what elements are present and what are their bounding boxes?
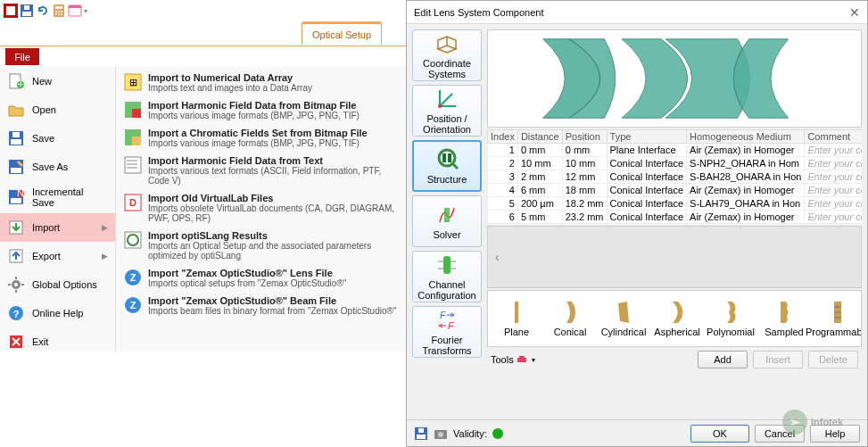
lens-shape-icon <box>561 300 579 325</box>
side-btn-posori[interactable]: Position / Orientation <box>412 85 482 137</box>
posori-icon <box>434 87 459 112</box>
file-tab-button[interactable]: File <box>5 48 39 65</box>
dialog-side-toolbar: Coordinate SystemsPosition / Orientation… <box>412 29 482 414</box>
add-button[interactable]: Add <box>698 351 748 368</box>
table-row[interactable]: 5200 µm18.2 mmConical InterfaceS-LAH79_O… <box>488 197 863 211</box>
import-subitem[interactable]: ZImport "Zemax OpticStudio®" Lens FileIm… <box>121 266 401 290</box>
svg-rect-22 <box>11 168 21 173</box>
table-cell: 10 mm <box>517 157 562 170</box>
side-btn-coord[interactable]: Coordinate Systems <box>412 29 482 81</box>
import-item-desc: Imports an Optical Setup and the associa… <box>148 241 399 261</box>
table-header[interactable]: Position <box>562 130 607 144</box>
table-header[interactable]: Comment <box>805 130 862 144</box>
table-cell: Enter your comm <box>805 170 862 184</box>
help-button[interactable]: Help <box>810 425 860 443</box>
close-icon[interactable]: ✕ <box>849 5 860 20</box>
table-row[interactable]: 10 mm0 mmPlane InterfaceAir (Zemax) in H… <box>488 144 863 157</box>
import-item-title: Import Harmonic Field Data from Bitmap F… <box>148 100 360 111</box>
import-subitem[interactable]: Import Harmonic Field Data from Bitmap F… <box>121 98 401 122</box>
svg-text:Z: Z <box>130 300 136 310</box>
tools-dropdown[interactable]: Tools ▾ <box>491 354 535 365</box>
svg-rect-81 <box>418 428 424 433</box>
side-btn-chancfg[interactable]: Channel Configuration <box>412 251 482 302</box>
import-icon <box>7 219 25 236</box>
app-logo-icon <box>4 4 18 18</box>
file-menu-main-column: +NewOpenSaveSave AsNIncremental SaveImpo… <box>0 67 116 352</box>
cancel-button[interactable]: Cancel <box>755 425 805 443</box>
svg-rect-61 <box>442 153 446 162</box>
table-cell: 6 mm <box>517 184 562 197</box>
import-subitem[interactable]: Import Harmonic Field Data from TextImpo… <box>121 153 401 187</box>
palette-item-sampled[interactable]: Sampled <box>763 300 806 337</box>
menu-item-exit[interactable]: Exit <box>0 327 115 356</box>
table-cell: 4 <box>488 184 518 197</box>
ribbon-tab-optical-setup[interactable]: Optical Setup <box>302 23 382 45</box>
menu-item-save[interactable]: Save <box>0 124 115 153</box>
ok-button[interactable]: OK <box>690 425 749 443</box>
table-cell: 18 mm <box>562 184 607 197</box>
validity-label: Validity: <box>453 428 487 439</box>
import-subitem[interactable]: DImport Old VirtualLab FilesImports obso… <box>121 191 401 225</box>
table-header[interactable]: Homogeneous Medium <box>687 130 805 144</box>
svg-rect-41 <box>132 109 141 118</box>
save-icon[interactable] <box>20 4 34 18</box>
table-cell: 2 <box>488 157 518 170</box>
palette-item-plane[interactable]: Plane <box>495 300 538 337</box>
table-cell: 3 <box>488 170 518 184</box>
palette-item-conical[interactable]: Conical <box>549 300 591 337</box>
lens-shape-icon <box>508 300 525 325</box>
interfaces-table[interactable]: IndexDistancePositionTypeHomogeneous Med… <box>487 129 862 224</box>
svg-rect-77 <box>517 358 526 362</box>
table-cell: S-NPH2_OHARA in Hom <box>687 157 805 170</box>
qat-dropdown-icon[interactable]: ▾ <box>84 7 87 15</box>
menu-item-help[interactable]: ?Online Help <box>0 299 115 327</box>
snapshot-icon[interactable] <box>434 426 448 441</box>
exit-icon <box>7 333 25 351</box>
table-row[interactable]: 65 mm23.2 mmConical InterfaceAir (Zemax)… <box>488 211 863 224</box>
menu-item-open[interactable]: Open <box>0 95 115 124</box>
table-row[interactable]: 46 mm18 mmConical InterfaceAir (Zemax) i… <box>488 184 863 197</box>
nav-back-icon[interactable]: ‹ <box>495 250 500 264</box>
import-subitem[interactable]: ZImport "Zemax OpticStudio®" Beam FileIm… <box>121 294 401 318</box>
svg-point-10 <box>55 13 57 15</box>
menu-item-new[interactable]: +New <box>0 67 115 95</box>
menu-item-import[interactable]: Import▶ <box>0 213 115 242</box>
table-header[interactable]: Index <box>488 130 518 144</box>
disk-save-icon[interactable] <box>414 426 428 441</box>
palette-label: Programmable <box>806 327 862 337</box>
palette-item-polynomial[interactable]: Polynomial <box>709 300 752 337</box>
palette-item-aspherical[interactable]: Aspherical <box>656 300 699 337</box>
calculator-icon[interactable] <box>52 4 66 18</box>
table-row[interactable]: 32 mm12 mmConical InterfaceS-BAH28_OHARA… <box>488 170 863 184</box>
saveas-icon <box>7 158 25 176</box>
menu-item-incsave[interactable]: NIncremental Save <box>0 181 115 213</box>
help-icon: ? <box>7 304 25 322</box>
side-btn-solver[interactable]: Solver <box>412 195 482 247</box>
palette-label: Aspherical <box>654 327 699 337</box>
undo-icon[interactable] <box>36 4 50 18</box>
side-btn-structure[interactable]: Structure <box>412 140 482 192</box>
import-subitem[interactable]: Import a Chromatic Fields Set from Bitma… <box>121 126 401 150</box>
import-item-title: Import "Zemax OpticStudio®" Lens File <box>148 268 346 278</box>
import-subitem[interactable]: ⊞Import to Numerical Data ArrayImports t… <box>121 70 401 95</box>
menu-item-saveas[interactable]: Save As <box>0 153 115 181</box>
import-subitem[interactable]: Import optiSLang ResultsImports an Optic… <box>121 228 401 262</box>
palette-label: Plane <box>504 327 529 337</box>
menu-item-label: New <box>32 76 52 87</box>
table-row[interactable]: 210 mm10 mmConical InterfaceS-NPH2_OHARA… <box>488 157 863 170</box>
delete-button: Delete <box>808 351 858 368</box>
tools-icon <box>517 354 529 365</box>
palette-item-cylindrical[interactable]: Cylindrical <box>602 300 645 337</box>
svg-rect-1 <box>6 6 15 15</box>
side-btn-fourier[interactable]: FFFourier Transforms <box>412 306 482 358</box>
menu-item-globalopts[interactable]: Global Options <box>0 270 115 299</box>
lens-shape-icon <box>775 300 793 325</box>
table-header[interactable]: Distance <box>517 130 562 144</box>
import-item-icon <box>123 230 143 250</box>
table-header[interactable]: Type <box>607 130 687 144</box>
open-icon <box>7 101 25 119</box>
calendar-icon[interactable] <box>68 4 82 18</box>
import-item-title: Import optiSLang Results <box>148 230 399 241</box>
menu-item-export[interactable]: Export▶ <box>0 242 115 270</box>
palette-item-programmable[interactable]: Programmable <box>816 300 859 337</box>
